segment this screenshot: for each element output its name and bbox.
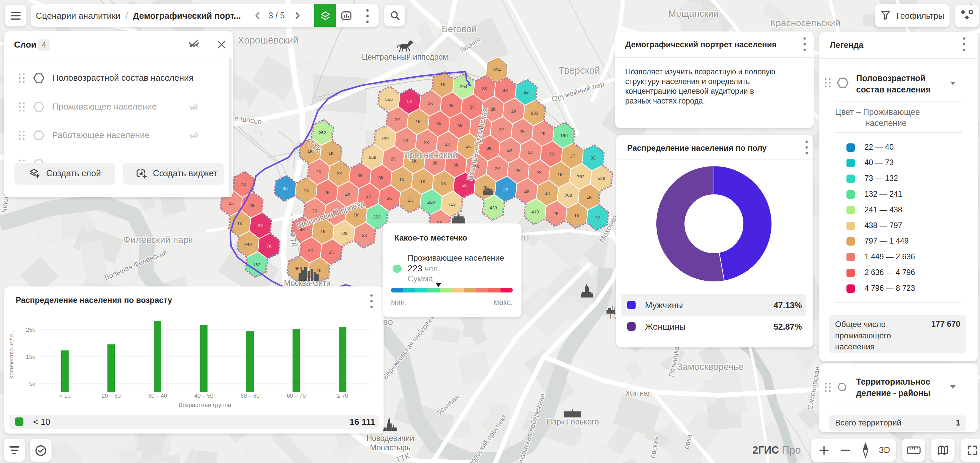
svg-text:2К: 2К — [519, 129, 525, 134]
svg-text:1К: 1К — [441, 181, 446, 186]
svg-text:729: 729 — [340, 231, 348, 236]
svg-text:15k: 15k — [26, 354, 35, 360]
svg-text:1К: 1К — [570, 153, 575, 158]
svg-text:5К: 5К — [461, 183, 467, 188]
svg-text:2К: 2К — [316, 169, 321, 174]
svg-text:2К: 2К — [312, 208, 317, 213]
svg-text:2К: 2К — [478, 125, 483, 130]
svg-text:4К: 4К — [308, 247, 313, 252]
svg-text:35: 35 — [283, 186, 288, 191]
svg-text:2К: 2К — [495, 166, 500, 171]
svg-text:40 – 50: 40 – 50 — [194, 393, 213, 399]
svg-text:7К: 7К — [266, 244, 272, 249]
svg-text:2К: 2К — [511, 109, 517, 113]
svg-text:2К: 2К — [229, 201, 234, 206]
svg-text:9К: 9К — [258, 223, 263, 228]
svg-text:1К: 1К — [304, 188, 309, 193]
svg-text:223: 223 — [373, 214, 381, 219]
svg-text:5К: 5К — [407, 99, 412, 104]
svg-text:1К: 1К — [586, 195, 592, 200]
svg-text:1К: 1К — [440, 82, 445, 87]
svg-text:1К: 1К — [328, 151, 334, 156]
svg-text:526: 526 — [598, 176, 606, 181]
svg-text:Мещанский: Мещанский — [668, 8, 719, 19]
svg-text:1К: 1К — [557, 172, 563, 177]
svg-text:1К: 1К — [411, 158, 417, 163]
svg-text:3К: 3К — [482, 86, 487, 91]
svg-text:1К: 1К — [466, 144, 471, 149]
svg-text:1К: 1К — [320, 229, 326, 234]
svg-text:2К: 2К — [507, 148, 512, 153]
svg-text:3К: 3К — [378, 175, 383, 180]
svg-text:2К: 2К — [428, 101, 433, 106]
svg-text:1К: 1К — [316, 268, 321, 273]
svg-text:1К: 1К — [574, 213, 579, 218]
svg-text:Хорошёвский: Хорошёвский — [238, 35, 298, 46]
svg-text:3К: 3К — [457, 123, 463, 128]
svg-text:2К: 2К — [391, 156, 396, 161]
svg-text:2К: 2К — [499, 127, 504, 133]
svg-text:4К: 4К — [249, 203, 255, 208]
svg-text:254: 254 — [460, 84, 468, 89]
svg-text:1К: 1К — [545, 191, 550, 196]
svg-text:1К: 1К — [420, 179, 425, 184]
svg-text:708: 708 — [565, 193, 572, 198]
svg-text:260: 260 — [427, 200, 435, 205]
svg-text:Количество чело...: Количество чело... — [8, 329, 15, 379]
svg-text:3К: 3К — [329, 250, 334, 255]
svg-text:60 – 70: 60 – 70 — [287, 393, 306, 399]
svg-text:50 – 60: 50 – 60 — [241, 393, 260, 399]
svg-text:3К: 3К — [549, 152, 554, 156]
svg-text:3К: 3К — [436, 121, 441, 126]
svg-text:894: 894 — [493, 67, 501, 72]
svg-text:196: 196 — [560, 133, 568, 138]
svg-text:4К: 4К — [503, 88, 508, 93]
svg-text:833: 833 — [531, 110, 539, 116]
svg-text:1К: 1К — [353, 212, 359, 217]
svg-text:2К: 2К — [553, 211, 558, 216]
svg-text:729: 729 — [381, 136, 389, 141]
svg-text:Новодевичий: Новодевичий — [366, 434, 414, 442]
svg-text:949: 949 — [244, 242, 252, 247]
svg-text:2К: 2К — [536, 170, 542, 175]
svg-text:30 – 40: 30 – 40 — [148, 393, 167, 399]
svg-text:3К: 3К — [453, 163, 458, 168]
svg-text:4К: 4К — [299, 227, 305, 232]
svg-text:433: 433 — [490, 205, 497, 211]
svg-text:968: 968 — [294, 266, 302, 271]
svg-text:3К: 3К — [241, 182, 247, 187]
svg-text:2К: 2К — [345, 192, 350, 196]
svg-text:1К: 1К — [415, 119, 421, 124]
svg-text:Замоскворечье: Замоскворечье — [677, 361, 744, 372]
svg-text:Филёвский парк: Филёвский парк — [123, 235, 193, 245]
svg-text:Красносельский: Красносельский — [770, 18, 840, 28]
svg-text:82: 82 — [523, 90, 528, 95]
svg-text:2К: 2К — [524, 188, 530, 194]
svg-text:Пресненский: Пресненский — [402, 150, 457, 160]
svg-text:1К: 1К — [237, 221, 242, 226]
svg-text:2К: 2К — [433, 160, 438, 166]
svg-text:2К: 2К — [515, 168, 521, 173]
svg-text:163: 163 — [253, 262, 261, 267]
svg-text:2К: 2К — [424, 140, 429, 145]
svg-text:Центральный ипподром: Центральный ипподром — [362, 53, 448, 61]
svg-text:658: 658 — [369, 155, 377, 160]
svg-text:762: 762 — [577, 174, 585, 179]
svg-text:2К: 2К — [540, 131, 546, 136]
svg-text:2К: 2К — [337, 171, 342, 176]
svg-text:413: 413 — [531, 209, 539, 214]
svg-text:262: 262 — [319, 130, 326, 135]
svg-text:Возрастная группа: Возрастная группа — [179, 402, 232, 409]
svg-text:4К: 4К — [449, 103, 454, 108]
svg-text:5k: 5k — [29, 381, 35, 387]
svg-text:4К: 4К — [325, 190, 330, 195]
svg-text:Монастырь: Монастырь — [370, 443, 410, 452]
svg-text:1К: 1К — [399, 177, 404, 182]
svg-text:555: 555 — [385, 97, 393, 102]
svg-text:< 10: < 10 — [59, 393, 71, 399]
svg-text:2К: 2К — [403, 138, 408, 143]
svg-text:2К: 2К — [474, 164, 479, 169]
svg-text:3К: 3К — [366, 194, 371, 199]
svg-text:2К: 2К — [333, 211, 338, 216]
svg-text:2К: 2К — [490, 107, 496, 112]
